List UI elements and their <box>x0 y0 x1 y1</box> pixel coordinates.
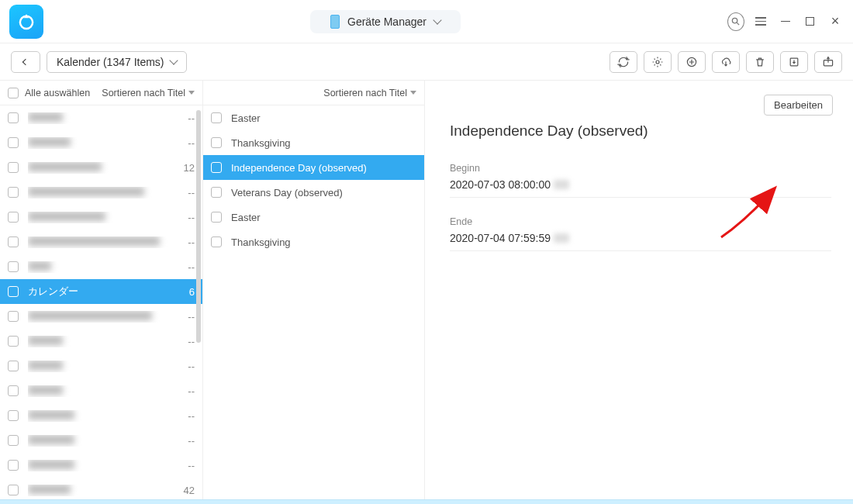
col2-sort-button[interactable]: Sortieren nach Titel <box>323 88 416 98</box>
close-icon: × <box>831 13 840 29</box>
import-icon <box>788 56 800 68</box>
row-checkbox[interactable] <box>211 212 222 223</box>
calendar-row[interactable]: -- <box>0 105 202 130</box>
calendar-row[interactable]: -- <box>0 230 202 254</box>
menu-icon <box>755 17 766 26</box>
calendar-count: -- <box>183 460 195 471</box>
row-checkbox[interactable] <box>8 137 19 148</box>
row-checkbox[interactable] <box>8 361 19 371</box>
row-checkbox[interactable] <box>211 236 222 247</box>
calendar-row[interactable]: -- <box>0 304 202 329</box>
window-controls: × <box>727 13 844 30</box>
add-button[interactable] <box>678 51 706 73</box>
calendar-name <box>28 485 179 496</box>
row-checkbox[interactable] <box>211 162 222 173</box>
row-checkbox[interactable] <box>8 286 19 297</box>
device-selector[interactable]: Geräte Manager <box>310 10 461 33</box>
row-checkbox[interactable] <box>211 112 222 123</box>
row-checkbox[interactable] <box>8 336 19 347</box>
event-row[interactable]: Thanksgiving <box>203 230 424 254</box>
calendar-count: -- <box>183 336 195 347</box>
export-button[interactable] <box>814 51 842 73</box>
calendar-list-column: Alle auswählen Sortieren nach Titel ----… <box>0 81 203 499</box>
row-checkbox[interactable] <box>8 162 19 173</box>
event-row[interactable]: Veterans Day (observed) <box>203 180 424 205</box>
row-checkbox[interactable] <box>8 485 19 495</box>
calendar-row[interactable]: -- <box>0 378 202 403</box>
calendar-row[interactable]: -- <box>0 254 202 279</box>
device-label: Geräte Manager <box>347 16 427 28</box>
calendar-count: -- <box>183 112 195 124</box>
calendar-count: -- <box>183 385 195 397</box>
calendar-row[interactable]: 42 <box>0 478 202 499</box>
row-checkbox[interactable] <box>8 212 19 223</box>
calendar-row[interactable]: 12 <box>0 155 202 180</box>
event-row[interactable]: Thanksgiving <box>203 130 424 155</box>
row-checkbox[interactable] <box>8 460 19 471</box>
search-button[interactable] <box>727 13 744 30</box>
calendar-row[interactable]: -- <box>0 428 202 453</box>
event-list-column: Sortieren nach Titel EasterThanksgivingI… <box>203 81 425 499</box>
import-button[interactable] <box>780 51 808 73</box>
scrollbar[interactable] <box>196 110 201 343</box>
calendar-count: -- <box>183 236 195 248</box>
end-value: 2020-07-04 07:59:59 <box>450 232 831 244</box>
maximize-button[interactable] <box>802 13 819 30</box>
download-cloud-button[interactable] <box>712 51 740 73</box>
calendar-row[interactable]: -- <box>0 453 202 478</box>
svg-point-1 <box>733 18 737 22</box>
row-checkbox[interactable] <box>8 385 19 396</box>
export-icon <box>822 56 834 68</box>
calendar-name <box>28 385 183 397</box>
calendar-name <box>28 460 183 471</box>
row-checkbox[interactable] <box>8 410 19 421</box>
event-row[interactable]: Easter <box>203 205 424 230</box>
calendar-name <box>28 261 183 273</box>
calendar-row[interactable]: カレンダー6 <box>0 279 202 304</box>
calendar-count: -- <box>183 187 195 198</box>
row-checkbox[interactable] <box>211 137 222 148</box>
calendar-count: -- <box>183 212 195 223</box>
bottom-bar <box>0 499 853 504</box>
row-checkbox[interactable] <box>8 261 19 272</box>
minimize-button[interactable] <box>777 13 794 30</box>
app-logo <box>9 5 43 39</box>
row-checkbox[interactable] <box>8 435 19 446</box>
calendar-row[interactable]: -- <box>0 205 202 230</box>
row-checkbox[interactable] <box>211 187 222 198</box>
triangle-down-icon <box>188 91 195 95</box>
calendar-count: 42 <box>179 485 195 496</box>
row-checkbox[interactable] <box>8 236 19 247</box>
calendar-count: -- <box>183 435 195 447</box>
refresh-button[interactable] <box>610 51 637 73</box>
event-row[interactable]: Easter <box>203 105 424 130</box>
col1-sort-button[interactable]: Sortieren nach Titel <box>102 88 195 98</box>
calendar-name <box>28 435 183 447</box>
event-row[interactable]: Independence Day (observed) <box>203 155 424 180</box>
back-button[interactable] <box>11 51 40 73</box>
row-checkbox[interactable] <box>8 311 19 322</box>
delete-button[interactable] <box>746 51 774 73</box>
event-name: Veterans Day (observed) <box>231 187 416 198</box>
breadcrumb-dropdown[interactable]: Kalender (1347 Items) <box>47 51 187 73</box>
row-checkbox[interactable] <box>8 112 19 123</box>
arrow-left-icon <box>22 58 29 64</box>
calendar-row[interactable]: -- <box>0 180 202 205</box>
edit-button[interactable]: Bearbeiten <box>764 95 833 116</box>
calendar-name <box>28 112 183 124</box>
maximize-icon <box>806 17 814 26</box>
row-checkbox[interactable] <box>8 187 19 198</box>
menu-button[interactable] <box>752 13 769 30</box>
calendar-count: 12 <box>179 162 195 174</box>
calendar-name <box>28 311 183 323</box>
calendar-row[interactable]: -- <box>0 329 202 354</box>
settings-button[interactable] <box>644 51 672 73</box>
close-button[interactable]: × <box>827 13 844 30</box>
calendar-count: -- <box>183 361 195 372</box>
calendar-row[interactable]: -- <box>0 354 202 378</box>
triangle-down-icon <box>410 91 416 95</box>
select-all-checkbox[interactable] <box>8 88 19 98</box>
calendar-name <box>28 361 183 372</box>
calendar-row[interactable]: -- <box>0 130 202 155</box>
calendar-row[interactable]: -- <box>0 403 202 428</box>
